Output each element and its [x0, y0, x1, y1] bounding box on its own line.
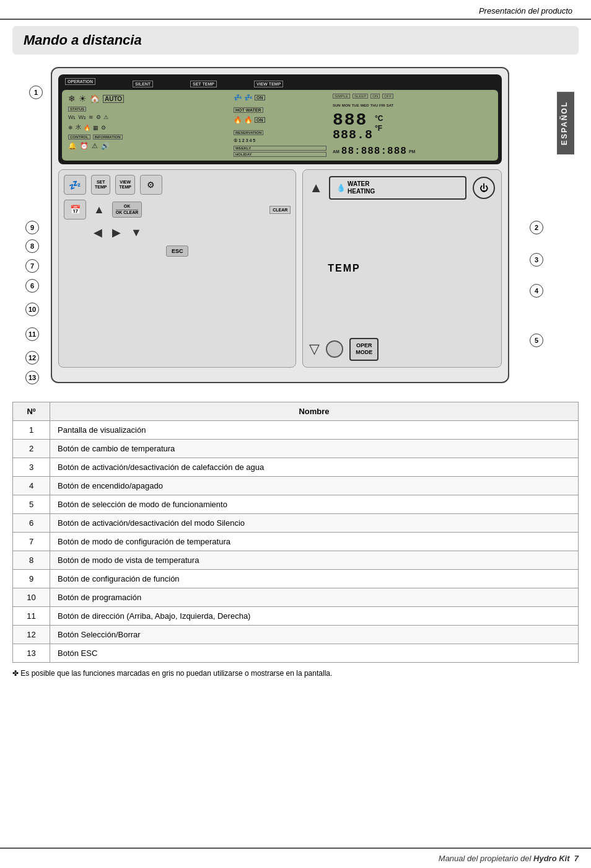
callout-left-13: 13 — [25, 371, 39, 384]
operation-label: OPERATION — [65, 78, 95, 85]
function-btn[interactable]: ⚙ — [140, 175, 162, 195]
btn-row-3: ◀ ▶ ▼ — [64, 223, 291, 242]
left-arrow-btn[interactable]: ◀ — [91, 223, 105, 242]
row-number: 3 — [13, 458, 50, 477]
table-row: 10Botón de programación — [13, 588, 579, 607]
callout-5: 5 — [530, 334, 543, 347]
circle-btn[interactable] — [326, 340, 343, 358]
ok-clear-btn[interactable]: OK OK CLEAR — [112, 202, 142, 218]
callout-right-3: 3 — [530, 253, 543, 267]
hot-water-label: HOT WATER — [234, 107, 263, 113]
note-symbol: ✤ — [12, 669, 19, 678]
callout-7: 7 — [25, 259, 39, 273]
row-number: 1 — [13, 421, 50, 440]
power-btn[interactable]: ⏻ — [473, 177, 495, 199]
row-description: Botón de activación/desactivación de cal… — [50, 458, 579, 477]
holiday-label: HOLIDAY — [234, 152, 326, 157]
callout-left-6: 6 — [25, 279, 39, 293]
view-temp-label: VIEW TEMP — [254, 81, 283, 87]
table-row: 12Botón Selección/Borrar — [13, 626, 579, 644]
right-arrow-btn[interactable]: ▶ — [110, 223, 123, 242]
row-number: 2 — [13, 440, 50, 458]
row-description: Botón de dirección (Arriba, Abajo, Izqui… — [50, 607, 579, 626]
silent-label: SILENT — [133, 81, 153, 87]
row-description: Botón de activación/desactivación del mo… — [50, 514, 579, 533]
table-row: 7Botón de modo de configuración de tempe… — [13, 533, 579, 551]
table-row: 4Botón de encendido/apagado — [13, 477, 579, 495]
remote-control: OPERATION SILENT SET TEMP VIEW TEMP — [51, 67, 509, 383]
row-description: Botón de cambio de temperatura — [50, 440, 579, 458]
parts-table: Nº Nombre 1Pantalla de visualización2Bot… — [12, 402, 579, 663]
btn-row-2: 📅 ▲ OK OK CLEAR CLEAR — [64, 200, 291, 219]
row-description: Botón de selección de modo de funcionami… — [50, 495, 579, 514]
table-row: 9Botón de configuración de función — [13, 570, 579, 588]
control-label: CONTROL — [68, 135, 90, 140]
view-temp-btn[interactable]: VIEW TEMP — [115, 175, 134, 195]
up-arrow-btn[interactable]: ▲ — [91, 201, 107, 219]
col-name: Nombre — [50, 402, 579, 421]
callout-left-12: 12 — [25, 351, 39, 365]
row-description: Pantalla de visualización — [50, 421, 579, 440]
temp-display2: 888.8 — [333, 129, 373, 141]
page-footer: Manual del propietario del Hydro Kit 7 — [0, 848, 591, 868]
remote-top-display: OPERATION SILENT SET TEMP VIEW TEMP — [58, 74, 502, 164]
oper-mode-btn[interactable]: OPER MODE — [349, 338, 379, 361]
callout-9: 9 — [25, 221, 39, 234]
table-row: 2Botón de cambio de temperatura — [13, 440, 579, 458]
footer-brand: Hydro Kit — [533, 854, 570, 863]
table-row: 3Botón de activación/desactivación de ca… — [13, 458, 579, 477]
time-display: 88:888:888 — [341, 146, 407, 157]
row-number: 10 — [13, 588, 50, 607]
remote-diagram: ESPAÑOL 1 9 8 7 6 10 11 12 13 2 3 4 5 — [17, 61, 574, 389]
sleep-mode-btn[interactable]: 💤 — [64, 175, 86, 195]
title-section: Mando a distancia — [12, 26, 579, 55]
weekly-label: WEEKLY — [234, 146, 326, 151]
temp-down-btn[interactable]: ▽ — [309, 341, 320, 357]
set-temp-btn[interactable]: SET TEMP — [91, 175, 110, 195]
row-description: Botón de programación — [50, 588, 579, 607]
table-row: 1Pantalla de visualización — [13, 421, 579, 440]
callout-6: 6 — [25, 279, 39, 293]
page-header: Presentación del producto — [0, 0, 591, 20]
note-text: Es posible que las funciones marcadas en… — [20, 669, 332, 678]
lcd-right: SIMPLE SLEEP ON OFF SUN MON TUE WED THU … — [333, 94, 492, 157]
row-number: 11 — [13, 607, 50, 626]
schedule-btn[interactable]: 📅 — [64, 200, 86, 219]
callout-left-10: 10 — [25, 303, 39, 316]
table-row: 11Botón de dirección (Arriba, Abajo, Izq… — [13, 607, 579, 626]
remote-left-panel: 💤 SET TEMP VIEW TEMP ⚙ 📅 — [58, 169, 296, 368]
table-row: 13Botón ESC — [13, 644, 579, 663]
table-row: 6Botón de activación/desactivación del m… — [13, 514, 579, 533]
language-sidebar: ESPAÑOL — [557, 92, 574, 154]
reservation-label: RESERVATION — [234, 130, 263, 135]
row-number: 7 — [13, 533, 50, 551]
temp-up-btn[interactable]: ▲ — [309, 180, 323, 196]
lcd-display: ❄ ☀ 🏠 AUTO STATUS W₁ W₂ ≋ ⚙ — [62, 90, 498, 161]
lcd-center: 💤 💤 ON HOT WATER 🔥 🔥 ON — [234, 94, 326, 157]
row-number: 6 — [13, 514, 50, 533]
remote-right-panel: ▲ 💧 WATER HEATING ⏻ TEMP — [302, 169, 502, 368]
col-n: Nº — [13, 402, 50, 421]
information-label: INFORMATION — [93, 135, 123, 140]
row-description: Botón de configuración de función — [50, 570, 579, 588]
page-title: Mando a distancia — [24, 32, 567, 48]
callout-right-2: 2 — [530, 221, 543, 234]
down-arrow-btn[interactable]: ▼ — [128, 224, 144, 242]
table-row: 8Botón de modo de vista de temperatura — [13, 551, 579, 570]
esc-btn[interactable]: ESC — [166, 246, 189, 257]
row-description: Botón ESC — [50, 644, 579, 663]
callout-3: 3 — [530, 253, 543, 267]
callout-left-7: 7 — [25, 259, 39, 273]
callout-left-1: 1 — [29, 86, 43, 99]
callout-4: 4 — [530, 284, 543, 298]
water-heating-box: 💧 WATER HEATING — [329, 176, 466, 200]
footer-page: 7 — [574, 854, 579, 863]
callout-12: 12 — [25, 351, 39, 365]
note-section: ✤ Es posible que las funciones marcadas … — [12, 669, 579, 678]
btn-row-1: 💤 SET TEMP VIEW TEMP ⚙ — [64, 175, 291, 195]
callout-2: 2 — [530, 221, 543, 234]
callout-10: 10 — [25, 303, 39, 316]
callout-13: 13 — [25, 371, 39, 384]
display-labels-row: OPERATION SILENT SET TEMP VIEW TEMP — [62, 78, 498, 90]
callout-left-9: 9 — [25, 221, 39, 234]
